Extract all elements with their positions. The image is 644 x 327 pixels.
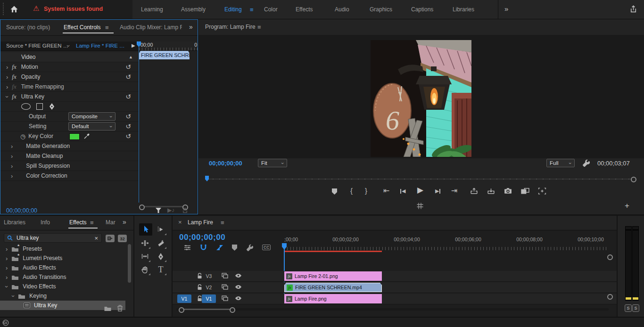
chevron-right-icon[interactable]: › [6, 74, 8, 80]
workspace-tab-graphics[interactable]: Graphics [370, 6, 392, 13]
chevron-right-icon[interactable]: › [6, 246, 8, 252]
toggle-track-output-eye-icon[interactable] [235, 295, 242, 301]
hscroll-handle-left[interactable] [179, 307, 184, 313]
track-target-v2[interactable]: V2 [202, 283, 216, 292]
solo-right-button[interactable]: S [632, 304, 639, 312]
workspace-tab-color[interactable]: Color [264, 6, 278, 13]
reset-effect-icon[interactable]: ↺ [125, 93, 131, 100]
workspace-menu-icon[interactable]: ≡ [250, 6, 254, 13]
group-row-color-correction[interactable]: › Color Correction [0, 171, 139, 181]
effect-controls-timecode[interactable]: 00;00;00;00 [6, 207, 37, 214]
go-to-in-icon[interactable]: ⇤ [383, 186, 389, 195]
key-color-swatch[interactable] [69, 133, 80, 140]
home-icon[interactable] [9, 5, 19, 14]
effect-controls-menu-icon[interactable]: ≡ [105, 24, 109, 31]
toggle-track-output-eye-icon[interactable] [235, 273, 242, 278]
workspace-tab-effects[interactable]: Effects [296, 6, 313, 13]
filter-properties-icon[interactable] [155, 207, 162, 214]
search-input[interactable] [16, 234, 94, 242]
reset-param-icon[interactable]: ↺ [125, 113, 131, 120]
delete-trash-icon[interactable] [116, 304, 124, 312]
workspace-tab-editing[interactable]: Editing [224, 6, 242, 13]
captions-cc-badge[interactable]: CC [262, 245, 271, 250]
group-row-matte-generation[interactable]: › Matte Generation [0, 141, 139, 151]
comparison-view-icon[interactable] [521, 187, 529, 195]
mini-lane-hscrollbar[interactable] [142, 206, 185, 207]
stopwatch-icon[interactable]: ◷ [20, 133, 25, 140]
workspace-tab-audio[interactable]: Audio [335, 6, 349, 13]
chevron-right-icon[interactable]: › [6, 265, 8, 271]
program-playhead[interactable] [205, 176, 209, 181]
snap-magnet-icon[interactable] [200, 244, 207, 251]
razor-tool-icon[interactable] [155, 237, 166, 249]
reset-effect-icon[interactable]: ↺ [125, 64, 131, 70]
type-tool-icon[interactable]: T [155, 264, 166, 275]
tab-effect-controls[interactable]: Effect Controls [64, 24, 100, 31]
button-editor-icon[interactable] [538, 187, 546, 195]
step-forward-icon[interactable]: ▶ [435, 188, 440, 194]
hscroll-handle-right[interactable] [230, 307, 235, 313]
tab-markers[interactable]: Mar [106, 219, 116, 226]
effect-row-time-remapping[interactable]: › fx Time Remapping [0, 82, 139, 92]
tab-libraries[interactable]: Libraries [4, 219, 25, 226]
slip-tool-icon[interactable] [139, 251, 150, 262]
lift-icon[interactable] [470, 187, 478, 195]
chevron-right-icon[interactable]: › [11, 173, 13, 179]
track-target-v1[interactable]: V1 [202, 294, 216, 303]
settings-wrench-icon[interactable] [582, 159, 590, 167]
32bit-color-badge[interactable]: 32 [118, 235, 127, 242]
tab-effects[interactable]: Effects [69, 219, 86, 226]
timeline-wrench-icon[interactable] [246, 244, 254, 252]
group-row-matte-cleanup[interactable]: › Matte Cleanup [0, 151, 139, 161]
ripple-edit-tool-icon[interactable] [139, 237, 150, 249]
effect-row-motion[interactable]: › fx Motion ↺ [0, 62, 139, 72]
sync-lock-icon[interactable] [222, 273, 228, 278]
tree-row-presets[interactable]: › ★ Presets [0, 244, 125, 253]
zoom-level-dropdown[interactable]: Fit › [258, 159, 287, 167]
play-audio-icon[interactable]: ▶♪ [167, 207, 174, 213]
creative-cloud-icon[interactable] [2, 319, 9, 326]
tree-row-lumetri-presets[interactable]: › ★ Lumetri Presets [0, 253, 125, 263]
reset-effect-icon[interactable]: ↺ [125, 74, 131, 80]
safe-margins-grid-icon[interactable] [416, 202, 424, 210]
workspace-tab-libraries[interactable]: Libraries [453, 6, 474, 13]
effect-controls-mini-ruler[interactable]: 00;00 0 [139, 41, 198, 51]
chevron-down-icon[interactable]: › [4, 96, 10, 98]
program-scrubber-track[interactable] [206, 179, 633, 180]
quick-export-icon[interactable] [629, 5, 638, 14]
selection-tool-active-box[interactable] [139, 223, 152, 236]
effects-vscrollbar[interactable] [128, 244, 131, 283]
output-dropdown[interactable]: Composite › [68, 112, 116, 121]
sync-lock-icon[interactable] [222, 295, 228, 301]
eyedropper-icon[interactable] [83, 132, 91, 139]
panel-tab-overflow-icon[interactable]: » [189, 23, 193, 31]
solo-left-button[interactable]: S [625, 304, 632, 312]
mark-in-icon[interactable]: { [350, 187, 353, 195]
video-section-header[interactable]: Video ▲ [0, 52, 139, 62]
workspace-overflow-icon[interactable]: » [504, 5, 508, 13]
export-frame-icon[interactable] [504, 187, 512, 195]
effect-row-ultra-key[interactable]: › fx Ultra Key ↺ [0, 92, 139, 102]
panel-tab-overflow-icon[interactable]: » [123, 218, 126, 226]
system-issues-text[interactable]: System issues found [44, 6, 103, 12]
scrubber-zoom-handle[interactable] [631, 177, 636, 182]
vscroll-handle-bottom[interactable] [607, 294, 613, 300]
program-menu-icon[interactable]: ≡ [257, 24, 261, 31]
target-clip-label[interactable]: Lamp Fire * FIRE … [76, 43, 125, 49]
chevron-right-icon[interactable]: › [11, 153, 13, 159]
tab-program-monitor[interactable]: Program: Lamp Fire [205, 24, 256, 30]
collapse-section-icon[interactable]: ▲ [129, 55, 133, 59]
timeline-menu-icon[interactable]: ≡ [221, 219, 224, 226]
chevron-down-icon[interactable]: › [66, 45, 72, 47]
timeline-hscrollbar-track[interactable] [176, 308, 609, 311]
setting-dropdown[interactable]: Default › [68, 122, 116, 131]
tab-sequence-lamp-fire[interactable]: Lamp Fire [188, 219, 213, 226]
effects-search-box[interactable]: × [4, 233, 102, 243]
chevron-right-icon[interactable]: › [11, 163, 13, 169]
chevron-right-icon[interactable]: › [11, 143, 13, 149]
workspace-tab-captions[interactable]: Captions [411, 6, 433, 13]
close-tab-icon[interactable]: × [178, 219, 182, 226]
sync-lock-icon[interactable] [222, 284, 228, 290]
chevron-right-icon[interactable]: › [6, 255, 8, 262]
mark-out-icon[interactable]: } [365, 187, 367, 195]
